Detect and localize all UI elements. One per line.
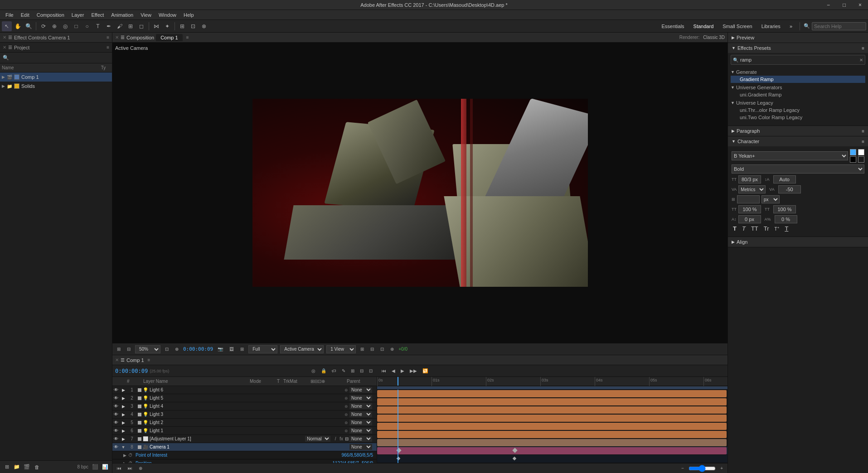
tool-orbit[interactable]: ◎ [60,21,70,31]
playhead-top[interactable] [398,377,398,386]
layer-2-parent-select[interactable]: None [349,395,372,401]
tool-clone[interactable]: ⊞ [126,21,136,31]
text-style-all-caps[interactable]: TT [750,225,760,232]
layer-7-vis[interactable]: 👁 [112,436,120,441]
text-style-super[interactable]: T+ [773,226,781,232]
new-comp-btn[interactable]: 🎬 [23,463,31,471]
font-style-select[interactable]: Bold [732,164,864,174]
tool-rotate[interactable]: ⟳ [39,21,48,31]
reset-exposure-btn[interactable]: ⊡ [378,346,386,352]
baseline-input[interactable] [738,215,761,223]
show-channel-btn[interactable]: ⊞ [238,346,246,352]
layer-5-vis[interactable]: 👁 [112,420,120,425]
layer-3-expand[interactable]: ▶ [120,404,127,409]
paragraph-header[interactable]: ▶ Paragraph ≡ [728,126,868,136]
label-btn[interactable]: 🏷 [330,368,338,374]
tool-eraser[interactable]: ◻ [136,21,146,31]
loop-btn[interactable]: 🔁 [421,368,430,374]
v-scale-input[interactable] [773,205,796,213]
regions-btn[interactable]: ⊕ [173,346,180,352]
paragraph-menu-icon[interactable]: ≡ [862,129,864,134]
text-style-italic[interactable]: T [741,225,747,232]
layer-2-expand[interactable]: ▶ [120,396,127,401]
fill-color-2[interactable] [858,149,864,155]
generate-header[interactable]: ▼ Generate [731,68,865,76]
layer-3-parent-select[interactable]: None [349,403,372,409]
preview-header[interactable]: ▶ Preview [728,33,868,43]
viewer-layout-btn[interactable]: ⊕ [388,346,396,352]
minimize-button[interactable]: − [820,0,836,10]
tool-zoom[interactable]: 🔍 [24,21,34,31]
layer-3-vis[interactable]: 👁 [112,404,120,409]
menu-animation[interactable]: Animation [107,11,137,19]
choose-grid-btn[interactable]: ⊞ [359,346,366,352]
workspace-standard[interactable]: Standard [690,23,718,30]
layer-1-vis[interactable]: 👁 [112,387,120,392]
menu-file[interactable]: File [2,11,17,19]
effects-clear-icon[interactable]: ✕ [859,58,863,63]
tool-extra2[interactable]: ⊗ [199,21,209,31]
timeline-close-icon[interactable]: ✕ [115,357,119,362]
layer-1-parent-select[interactable]: None [349,387,372,393]
l2-3d-sw[interactable]: ⊕ [343,396,349,401]
project-item-solids[interactable]: ▶ 📁 Solids [0,82,112,91]
camera-select[interactable]: Active Camera [280,345,324,353]
layer-5-expand[interactable]: ▶ [120,420,127,425]
menu-window[interactable]: Window [155,11,180,19]
comment-btn[interactable]: ✎ [340,368,347,374]
add-marker-btn[interactable]: ⊕ [137,465,144,471]
maximize-button[interactable]: □ [836,0,852,10]
text-style-small-caps[interactable]: Tr [762,225,771,232]
help-search-input[interactable] [812,22,866,30]
comp-close-icon[interactable]: ✕ [115,35,119,40]
tool-text[interactable]: T [93,21,103,31]
tool-paint[interactable]: 🖌 [115,21,125,31]
l5-3d-sw[interactable]: ⊕ [343,420,349,425]
new-folder-btn[interactable]: 📁 [13,463,21,471]
stroke-color-swatch[interactable] [850,156,856,163]
workspace-expand[interactable]: » [786,23,796,30]
comp-expand-icon[interactable]: ☰ [121,35,125,40]
effects-presets-header[interactable]: ▼ Effects Presets ≡ [728,43,868,53]
tool-selection[interactable]: ↖ [2,21,12,31]
workspace-essentials[interactable]: Essentials [658,23,688,30]
effects-search-input[interactable] [740,57,858,63]
font-size-input[interactable] [738,175,761,183]
layer-4-vis[interactable]: 👁 [112,412,120,417]
project-search-input[interactable] [11,55,109,61]
leading-input[interactable] [773,175,796,183]
layer-4-expand[interactable]: ▶ [120,412,127,417]
interpret-footage-btn[interactable]: ⊞ [3,463,11,471]
h-scale-input[interactable] [738,205,761,213]
go-to-prev-btn[interactable]: ◀ [390,368,397,374]
uni-two-color-ramp-item[interactable]: uni.Two Color Ramp Legacy [731,114,865,121]
motion-blur-btn[interactable]: ⊟ [358,368,365,374]
character-header[interactable]: ▼ Character ≡ [728,136,868,146]
menu-edit[interactable]: Edit [17,11,33,19]
tool-extra[interactable]: ⊡ [188,21,198,31]
collapse-btn[interactable]: ⊞ [349,368,356,374]
workspace-libraries[interactable]: Libraries [758,23,784,30]
project-expand-icon[interactable]: ☰ [8,45,12,50]
character-menu-icon[interactable]: ≡ [862,139,864,144]
stroke-color-2[interactable] [858,156,864,163]
workspace-small-screen[interactable]: Small Screen [719,23,756,30]
always-preview-btn[interactable]: ⊞ [115,346,122,352]
draft-3d-btn[interactable]: ⊡ [367,368,374,374]
layer-8-expand[interactable]: ▼ [120,445,127,449]
layer-4-parent-select[interactable]: None [349,411,372,417]
tool-pen[interactable]: ✒ [104,21,114,31]
indent-input[interactable] [737,195,760,203]
panel-close-icon[interactable]: ✕ [3,35,6,40]
menu-composition[interactable]: Composition [33,11,68,19]
tool-shape-rect[interactable]: □ [71,21,81,31]
tracking-input[interactable] [778,185,801,193]
layer-6-parent-select[interactable]: None [349,428,372,434]
layer-6-expand[interactable]: ▶ [120,429,127,433]
uni-gradient-ramp-item[interactable]: uni.Gradient Ramp [731,91,865,98]
layer-7-blend[interactable]: ⊟ [344,436,349,441]
go-to-next-btn[interactable]: ▶▶ [408,368,419,374]
l6-3d-sw[interactable]: ⊕ [343,429,349,433]
layer-7-parent-select[interactable]: None [349,436,372,442]
navigate-prev-btn[interactable]: ⏮ [115,465,123,471]
